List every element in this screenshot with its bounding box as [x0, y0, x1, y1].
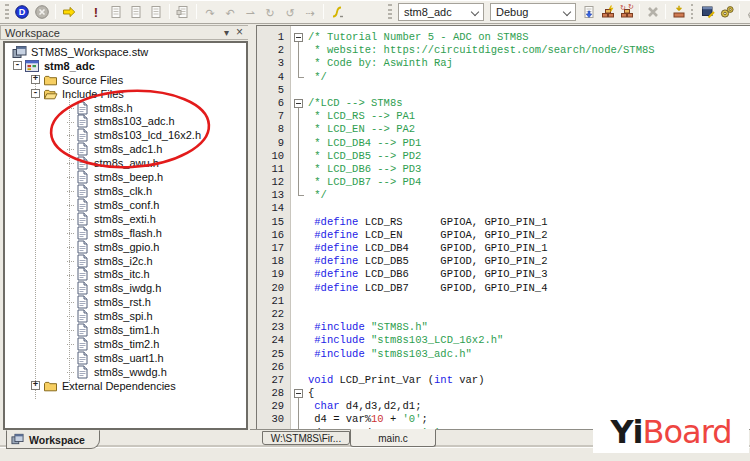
- code-line[interactable]: */: [308, 189, 750, 202]
- code-line[interactable]: * LCD_RS --> PA1: [308, 110, 750, 123]
- code-line[interactable]: * LCD_DB6 --> PD3: [308, 163, 750, 176]
- code-line[interactable]: * LCD_DB5 --> PD2: [308, 150, 750, 163]
- step-back-icon[interactable]: ↺: [280, 2, 300, 22]
- fold-collapse-icon[interactable]: [291, 97, 308, 110]
- stop-build-icon[interactable]: [643, 2, 662, 22]
- tree-item-stm8s-gpio-h[interactable]: stm8s_gpio.h: [5, 240, 246, 254]
- tree-item-stm8s-awu-h[interactable]: stm8s_awu.h: [5, 156, 246, 170]
- tree-item-stm8s-spi-h[interactable]: stm8s_spi.h: [5, 309, 246, 323]
- clean-icon[interactable]: [743, 2, 750, 22]
- collapse-expander-icon[interactable]: -: [13, 61, 22, 70]
- code-line[interactable]: /*LCD --> STM8s: [308, 97, 750, 110]
- tree-item-stm8s-conf-h[interactable]: stm8s_conf.h: [5, 198, 246, 212]
- tree-item-stm8s-adc1-h[interactable]: stm8s_adc1.h: [5, 142, 246, 156]
- panel-splitter[interactable]: [248, 25, 256, 429]
- editor-tab-w-stm8s-fir-[interactable]: W:\STM8S\Fir...: [262, 431, 350, 445]
- run-to-cursor-icon[interactable]: ↻: [260, 2, 280, 22]
- tree-item-stm8s-h[interactable]: stm8s.h: [5, 101, 246, 115]
- line-number: 8: [257, 123, 290, 136]
- tree-item-stm8s-itc-h[interactable]: stm8s_itc.h: [5, 268, 246, 282]
- step-over-icon[interactable]: ↶: [220, 2, 240, 22]
- code-line[interactable]: #include "stm8s103_LCD_16x2.h": [308, 334, 750, 347]
- configuration-select[interactable]: Debug: [490, 3, 576, 21]
- editor-tab-main-c[interactable]: main.c: [350, 429, 436, 447]
- target-select[interactable]: stm8_adc: [398, 3, 484, 21]
- code-line[interactable]: [308, 308, 750, 321]
- fold-collapse-icon[interactable]: [291, 387, 308, 400]
- code-line[interactable]: #define LCD_EN GPIOA, GPIO_PIN_2: [308, 229, 750, 242]
- step-out-icon[interactable]: ⇀: [240, 2, 260, 22]
- line-number-gutter[interactable]: 1234567891011121314151617181920212223242…: [257, 26, 291, 429]
- mcu-configuration-icon[interactable]: [717, 2, 736, 22]
- line-number: 14: [257, 202, 290, 215]
- workspace-bottom-tab[interactable]: Workspace: [6, 430, 100, 449]
- code-line[interactable]: [308, 295, 750, 308]
- tree-item-stm8s103-lcd-16x2-h[interactable]: stm8s103_lcd_16x2.h: [5, 128, 246, 142]
- tree-item-stm8s-iwdg-h[interactable]: stm8s_iwdg.h: [5, 281, 246, 295]
- code-line[interactable]: * LCD_DB4 --> PD1: [308, 137, 750, 150]
- debug-instrument-icon[interactable]: [698, 2, 717, 22]
- panel-close-icon[interactable]: ×: [233, 26, 246, 39]
- tree-item-stm8-adc[interactable]: -stm8_adc: [5, 59, 246, 73]
- tree-item-stm8s-tim1-h[interactable]: stm8s_tim1.h: [5, 323, 246, 337]
- code-line[interactable]: * website: https://circuitdigest.com/sea…: [308, 44, 750, 57]
- tree-item-stm8s-clk-h[interactable]: stm8s_clk.h: [5, 184, 246, 198]
- stop-debugging-icon[interactable]: [32, 2, 52, 22]
- collapse-expander-icon[interactable]: -: [31, 89, 40, 98]
- start-debugging-icon[interactable]: D: [12, 2, 32, 22]
- code-token: /*LCD --> STM8s: [308, 97, 403, 109]
- code-line[interactable]: [308, 361, 750, 374]
- chip-reset-icon[interactable]: [327, 2, 347, 22]
- pause-program-icon[interactable]: [173, 2, 193, 22]
- code-line[interactable]: #define LCD_DB7 GPIOD, GPIO_PIN_4: [308, 282, 750, 295]
- tree-item-stm8s-wwdg-h[interactable]: stm8s_wwdg.h: [5, 365, 246, 379]
- compile-icon[interactable]: [579, 2, 598, 22]
- tree-item-stm8s103-adc-h[interactable]: stm8s103_adc.h: [5, 115, 246, 129]
- fold-collapse-icon[interactable]: [291, 31, 308, 44]
- step-into-icon[interactable]: ↷: [200, 2, 220, 22]
- code-line[interactable]: * LCD_DB7 --> PD4: [308, 176, 750, 189]
- continue-run-icon[interactable]: [59, 2, 79, 22]
- panel-menu-icon[interactable]: ▾: [220, 26, 233, 39]
- code-line[interactable]: {: [308, 387, 750, 400]
- expand-expander-icon[interactable]: +: [31, 75, 40, 84]
- tree-item-stm8s-exti-h[interactable]: stm8s_exti.h: [5, 212, 246, 226]
- code-line[interactable]: * Code by: Aswinth Raj: [308, 57, 750, 70]
- code-line[interactable]: /* Tutorial Number 5 - ADC on STM8S: [308, 31, 750, 44]
- code-line[interactable]: #include "stm8s103_adc.h": [308, 348, 750, 361]
- tree-item-stm8s-flash-h[interactable]: stm8s_flash.h: [5, 226, 246, 240]
- toolbar-grip[interactable]: [388, 4, 392, 19]
- send-to-device-icon[interactable]: [669, 2, 688, 22]
- tree-item-external-dependencies[interactable]: +External Dependencies: [5, 379, 246, 393]
- step-mixed-icon[interactable]: [146, 2, 166, 22]
- code-line[interactable]: */: [308, 71, 750, 84]
- animate-icon[interactable]: ⇢: [300, 2, 320, 22]
- code-line[interactable]: #define LCD_DB4 GPIOD, GPIO_PIN_1: [308, 242, 750, 255]
- tree-item-stm8s-uart1-h[interactable]: stm8s_uart1.h: [5, 351, 246, 365]
- code-fold-margin[interactable]: [291, 26, 308, 429]
- code-text-area[interactable]: /* Tutorial Number 5 - ADC on STM8S * we…: [308, 26, 750, 429]
- step-source-icon[interactable]: [106, 2, 126, 22]
- build-icon[interactable]: [598, 2, 617, 22]
- breakpoint-icon[interactable]: !: [86, 2, 106, 22]
- expand-expander-icon[interactable]: +: [31, 381, 40, 390]
- code-line[interactable]: * LCD_EN --> PA2: [308, 123, 750, 136]
- tree-item-stm8s-tim2-h[interactable]: stm8s_tim2.h: [5, 337, 246, 351]
- code-line[interactable]: [308, 84, 750, 97]
- tree-item-stm8s-beep-h[interactable]: stm8s_beep.h: [5, 170, 246, 184]
- tree-item-source-files[interactable]: +Source Files: [5, 73, 246, 87]
- code-line[interactable]: [308, 202, 750, 215]
- rebuild-all-icon[interactable]: ↻↻: [617, 2, 636, 22]
- code-line[interactable]: #define LCD_DB6 GPIOD, GPIO_PIN_3: [308, 268, 750, 281]
- tree-item-stm8s-workspace-stw[interactable]: STM8S_Workspace.stw: [5, 45, 246, 59]
- code-line[interactable]: void LCD_Print_Var (int var): [308, 374, 750, 387]
- tree-item-stm8s-rst-h[interactable]: stm8s_rst.h: [5, 295, 246, 309]
- code-line[interactable]: #include "STM8S.h": [308, 321, 750, 334]
- code-line[interactable]: #define LCD_DB5 GPIOD, GPIO_PIN_2: [308, 255, 750, 268]
- code-line[interactable]: #define LCD_RS GPIOA, GPIO_PIN_1: [308, 216, 750, 229]
- tree-item-stm8s-i2c-h[interactable]: stm8s_i2c.h: [5, 254, 246, 268]
- step-instruction-icon[interactable]: [126, 2, 146, 22]
- toolbar-grip[interactable]: [5, 4, 9, 19]
- line-number: 23: [257, 321, 290, 334]
- tree-item-include-files[interactable]: -Include Files: [5, 87, 246, 101]
